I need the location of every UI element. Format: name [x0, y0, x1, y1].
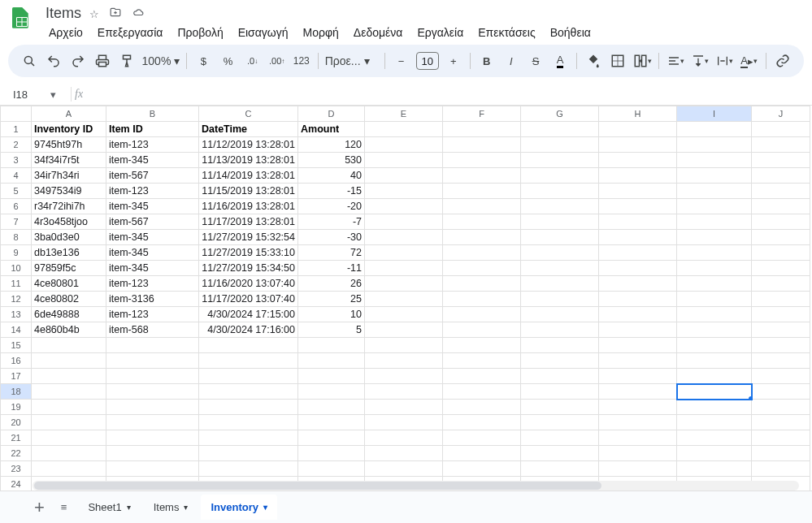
cell-E14[interactable]: [365, 322, 443, 338]
cell-I16[interactable]: [677, 353, 752, 369]
menu-προβολή[interactable]: Προβολή: [171, 24, 229, 41]
cell-H6[interactable]: [599, 199, 677, 214]
cell-C18[interactable]: [199, 384, 298, 400]
cell-D7[interactable]: -7: [298, 214, 365, 230]
row-header-10[interactable]: 10: [1, 261, 32, 276]
cell-G11[interactable]: [521, 276, 599, 292]
cell-D15[interactable]: [298, 338, 365, 353]
cell-F21[interactable]: [443, 430, 521, 446]
search-icon[interactable]: [20, 50, 39, 71]
cell-A15[interactable]: [32, 338, 106, 353]
cell-D23[interactable]: [298, 461, 365, 477]
cell-B14[interactable]: item-568: [106, 322, 199, 338]
cell-H1[interactable]: [599, 122, 677, 137]
cell-D12[interactable]: 25: [298, 292, 365, 307]
menu-εισαγωγή[interactable]: Εισαγωγή: [232, 24, 295, 41]
cell-A3[interactable]: 34f34i7r5t: [32, 153, 106, 168]
row-header-24[interactable]: 24: [1, 477, 32, 492]
cell-G1[interactable]: [521, 122, 599, 137]
cell-H8[interactable]: [599, 230, 677, 245]
more-formats-icon[interactable]: 123: [292, 50, 311, 71]
cell-F8[interactable]: [443, 230, 521, 245]
cell-J14[interactable]: [752, 322, 810, 338]
cell-J20[interactable]: [752, 415, 810, 430]
cell-B12[interactable]: item-3136: [106, 292, 199, 307]
cell-E19[interactable]: [365, 400, 443, 415]
row-header-22[interactable]: 22: [1, 446, 32, 461]
cell-C13[interactable]: 4/30/2024 17:15:00: [199, 307, 298, 322]
cell-A20[interactable]: [32, 415, 106, 430]
cell-A9[interactable]: db13e136: [32, 245, 106, 261]
cell-F9[interactable]: [443, 245, 521, 261]
cell-D14[interactable]: 5: [298, 322, 365, 338]
cell-C15[interactable]: [199, 338, 298, 353]
cell-I20[interactable]: [677, 415, 752, 430]
cell-C21[interactable]: [199, 430, 298, 446]
cell-J16[interactable]: [752, 353, 810, 369]
row-header-7[interactable]: 7: [1, 214, 32, 230]
cell-B2[interactable]: item-123: [106, 137, 199, 153]
cell-H13[interactable]: [599, 307, 677, 322]
cell-G20[interactable]: [521, 415, 599, 430]
cell-I4[interactable]: [677, 168, 752, 184]
cell-H5[interactable]: [599, 184, 677, 199]
doc-title[interactable]: Items: [46, 5, 81, 22]
cell-C2[interactable]: 11/12/2019 13:28:01: [199, 137, 298, 153]
cell-D16[interactable]: [298, 353, 365, 369]
chevron-down-icon[interactable]: ▾: [50, 89, 56, 101]
cell-I8[interactable]: [677, 230, 752, 245]
cell-G4[interactable]: [521, 168, 599, 184]
row-header-5[interactable]: 5: [1, 184, 32, 199]
cell-C5[interactable]: 11/15/2019 13:28:01: [199, 184, 298, 199]
cell-I2[interactable]: [677, 137, 752, 153]
currency-icon[interactable]: $: [193, 50, 213, 71]
valign-icon[interactable]: ▾: [690, 50, 710, 71]
cell-A8[interactable]: 3ba0d3e0: [32, 230, 106, 245]
col-header-A[interactable]: A: [32, 106, 106, 122]
cell-H11[interactable]: [599, 276, 677, 292]
cell-J18[interactable]: [752, 384, 810, 400]
cell-J6[interactable]: [752, 199, 810, 214]
cell-H23[interactable]: [599, 461, 677, 477]
row-header-19[interactable]: 19: [1, 400, 32, 415]
cell-E1[interactable]: [365, 122, 443, 137]
cell-D1[interactable]: Amount: [298, 122, 365, 137]
cell-E23[interactable]: [365, 461, 443, 477]
cell-J3[interactable]: [752, 153, 810, 168]
cell-G2[interactable]: [521, 137, 599, 153]
cell-I1[interactable]: [677, 122, 752, 137]
cell-I7[interactable]: [677, 214, 752, 230]
row-header-3[interactable]: 3: [1, 153, 32, 168]
cell-F22[interactable]: [443, 446, 521, 461]
cell-G21[interactable]: [521, 430, 599, 446]
merge-icon[interactable]: ▾: [632, 50, 652, 71]
menu-εργαλεία[interactable]: Εργαλεία: [410, 24, 470, 41]
redo-icon[interactable]: [68, 50, 88, 71]
cell-B17[interactable]: [106, 369, 199, 384]
cell-A17[interactable]: [32, 369, 106, 384]
spreadsheet-grid[interactable]: ABCDEFGHIJ1Inventory IDItem IDDateTimeAm…: [0, 106, 812, 492]
cell-D20[interactable]: [298, 415, 365, 430]
cell-D11[interactable]: 26: [298, 276, 365, 292]
cell-F1[interactable]: [443, 122, 521, 137]
cell-B10[interactable]: item-345: [106, 261, 199, 276]
cell-F13[interactable]: [443, 307, 521, 322]
cell-G8[interactable]: [521, 230, 599, 245]
cell-F23[interactable]: [443, 461, 521, 477]
cell-H14[interactable]: [599, 322, 677, 338]
cell-H9[interactable]: [599, 245, 677, 261]
cell-B18[interactable]: [106, 384, 199, 400]
zoom-dropdown[interactable]: 100% ▾: [142, 54, 180, 67]
cell-B22[interactable]: [106, 446, 199, 461]
star-icon[interactable]: ☆: [89, 8, 99, 20]
cell-B21[interactable]: [106, 430, 199, 446]
cell-J23[interactable]: [752, 461, 810, 477]
font-family-dropdown[interactable]: Προε... ▾: [325, 54, 378, 67]
cell-H4[interactable]: [599, 168, 677, 184]
cell-F18[interactable]: [443, 384, 521, 400]
cell-D17[interactable]: [298, 369, 365, 384]
menu-αρχείο[interactable]: Αρχείο: [42, 24, 89, 41]
cell-F12[interactable]: [443, 292, 521, 307]
cell-E2[interactable]: [365, 137, 443, 153]
cell-H12[interactable]: [599, 292, 677, 307]
